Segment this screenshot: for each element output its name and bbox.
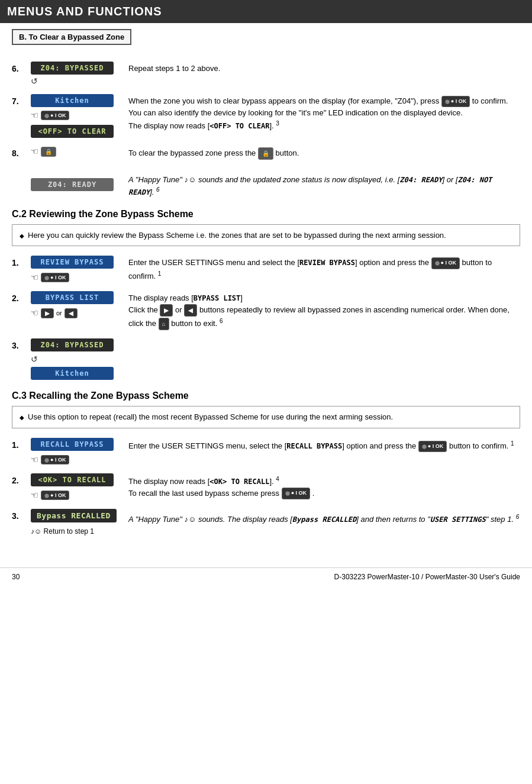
lcd-bypass-recalled: Bypass RECALLED xyxy=(31,509,117,522)
refresh-icon-2: ↺ xyxy=(31,354,38,364)
step-b8-note: A "Happy Tune" ♪☺ sounds and the updated… xyxy=(128,174,520,198)
c2-bullet-diamond: ◆ xyxy=(20,231,24,240)
hand-icon-c2-2: ☞ xyxy=(31,308,38,318)
step-c3-3-note: A "Happy Tune" ♪☺ sounds. The display re… xyxy=(128,512,520,525)
step-c3-2-display: <OK> TO RECALL ☞ ● I OK xyxy=(31,473,122,501)
step-b6: 6. Z04: BYPASSED ↺ Repeat steps 1 to 2 a… xyxy=(12,62,520,86)
btn-arrow-left-inline-c2-2[interactable]: ◀ xyxy=(184,304,197,317)
step-b6-text: Repeat steps 1 to 2 above. xyxy=(128,62,520,75)
step-c3-1-number: 1. xyxy=(12,438,25,450)
btn-ok-inline-c3-2[interactable]: ● I OK xyxy=(282,488,310,499)
step-c2-3-number: 3. xyxy=(12,338,25,350)
step-b6-display: Z04: BYPASSED ↺ xyxy=(31,62,122,86)
page-header-title: MENUS AND FUNCTIONS xyxy=(7,5,162,18)
step-c3-3-number: 3. xyxy=(12,509,25,521)
return-label: Return to step 1 xyxy=(44,527,94,535)
page-footer: 30 D-303223 PowerMaster-10 / PowerMaster… xyxy=(0,567,532,586)
music-note-c3: ♪☺ xyxy=(31,527,41,535)
step-c2-3-text xyxy=(128,338,520,340)
step-c2-2-number: 2. xyxy=(12,291,25,303)
lcd-bypass-list: BYPASS LIST xyxy=(31,291,114,304)
step-b6-number: 6. xyxy=(12,62,25,73)
page-header: MENUS AND FUNCTIONS xyxy=(0,0,532,23)
btn-arrow-left-c2-2[interactable]: ◀ xyxy=(65,308,78,318)
hand-icon-c3-1: ☞ xyxy=(31,454,38,465)
btn-ok-c3-2[interactable]: ● I OK xyxy=(41,491,69,500)
hand-icon-b8: ☞ xyxy=(31,146,38,157)
step-b7-display: Kitchen ☞ ● I OK <OFF> TO CLEAR xyxy=(31,94,122,138)
step-b7-number: 7. xyxy=(12,94,25,106)
btn-arrow-right-inline-c2-2[interactable]: ▶ xyxy=(160,304,173,317)
step-c2-2-text: The display reads [BYPASS LIST] Click th… xyxy=(128,291,520,330)
lcd-z04-bypassed-1: Z04: BYPASSED xyxy=(31,62,114,75)
step-c3-2-number: 2. xyxy=(12,473,25,485)
c2-info-box: ◆ Here you can quickly review the Bypass… xyxy=(12,224,520,247)
c2-info-text: Here you can quickly review the Bypass S… xyxy=(28,230,446,241)
step-b8-text: To clear the bypassed zone press the 🔒 b… xyxy=(128,146,520,198)
step-c3-2: 2. <OK> TO RECALL ☞ ● I OK The display n… xyxy=(12,473,520,501)
btn-lock-inline-b8[interactable]: 🔒 xyxy=(258,147,273,160)
step-c2-1: 1. REVIEW BYPASS ☞ ● I OK Enter the USER… xyxy=(12,256,520,283)
lcd-z04-bypassed-2: Z04: BYPASSED xyxy=(31,338,114,351)
step-c2-3-display: Z04: BYPASSED ↺ Kitchen xyxy=(31,338,122,380)
step-c3-3-text: A "Happy Tune" ♪☺ sounds. The display re… xyxy=(128,509,520,525)
btn-ok-inline-c3-1[interactable]: ● I OK xyxy=(418,441,447,453)
lcd-kitchen: Kitchen xyxy=(31,94,114,107)
lcd-kitchen-2: Kitchen xyxy=(31,367,114,380)
lcd-off-to-clear: <OFF> TO CLEAR xyxy=(31,125,114,138)
lcd-z04-ready: Z04: READY xyxy=(31,178,114,191)
refresh-icon-1: ↺ xyxy=(31,76,38,86)
step-b7: 7. Kitchen ☞ ● I OK <OFF> TO CLEAR When … xyxy=(12,94,520,138)
hand-icon-c3-2: ☞ xyxy=(31,490,38,501)
step-c3-1-text: Enter the USER SETTINGS menu, select the… xyxy=(128,438,520,453)
hand-icon-c2-1: ☞ xyxy=(31,272,38,283)
step-c2-1-text: Enter the USER SETTINGS menu and select … xyxy=(128,256,520,282)
step-c2-1-number: 1. xyxy=(12,256,25,267)
btn-lock-b8[interactable]: 🔒 xyxy=(41,147,56,157)
lcd-recall-bypass: RECALL BYPASS xyxy=(31,438,114,451)
lcd-review-bypass: REVIEW BYPASS xyxy=(31,256,114,269)
c3-info-text: Use this option to repeat (recall) the m… xyxy=(28,411,393,423)
footer-doc: D-303223 PowerMaster-10 / PowerMaster-30… xyxy=(334,573,520,581)
lcd-ok-to-recall: <OK> TO RECALL xyxy=(31,473,114,486)
step-b8-display: ☞ 🔒 Z04: READY xyxy=(31,146,122,191)
section-b-title: B. To Clear a Bypassed Zone xyxy=(12,29,131,45)
step-c3-3: 3. Bypass RECALLED ♪☺ Return to step 1 A… xyxy=(12,509,520,535)
section-c2-heading: C.2 Reviewing the Zone Bypass Scheme xyxy=(12,209,520,220)
btn-ok-inline-c2-1[interactable]: ● I OK xyxy=(431,257,460,269)
section-c3-heading: C.3 Recalling the Zone Bypass Scheme xyxy=(12,391,520,401)
hand-icon-b7: ☞ xyxy=(31,110,38,121)
c3-info-box: ◆ Use this option to repeat (recall) the… xyxy=(12,406,520,428)
btn-arrow-right-c2-2[interactable]: ▶ xyxy=(41,308,54,318)
return-to-step1: ♪☺ Return to step 1 xyxy=(31,527,94,535)
step-c2-1-display: REVIEW BYPASS ☞ ● I OK xyxy=(31,256,122,283)
step-c3-1-display: RECALL BYPASS ☞ ● I OK xyxy=(31,438,122,465)
step-c2-2: 2. BYPASS LIST ☞ ▶ or ◀ The display read… xyxy=(12,291,520,330)
step-b7-text: When the zone you wish to clear bypass a… xyxy=(128,94,520,132)
btn-ok-inline-b7[interactable]: ● I OK xyxy=(441,96,470,108)
step-c2-2-display: BYPASS LIST ☞ ▶ or ◀ xyxy=(31,291,122,318)
step-b8-number: 8. xyxy=(12,146,25,158)
btn-ok-c3-1[interactable]: ● I OK xyxy=(41,455,69,464)
step-c3-3-display: Bypass RECALLED ♪☺ Return to step 1 xyxy=(31,509,122,535)
step-c2-3: 3. Z04: BYPASSED ↺ Kitchen xyxy=(12,338,520,380)
page-number: 30 xyxy=(12,573,20,581)
step-c3-2-text: The display now reads [<OK> TO RECALL]. … xyxy=(128,473,520,499)
btn-ok-c2-1[interactable]: ● I OK xyxy=(41,273,69,282)
btn-ok-b7[interactable]: ● I OK xyxy=(41,111,69,120)
c3-bullet-diamond: ◆ xyxy=(20,413,24,422)
step-b8: 8. ☞ 🔒 Z04: READY To clear the bypassed … xyxy=(12,146,520,198)
step-c3-1: 1. RECALL BYPASS ☞ ● I OK Enter the USER… xyxy=(12,438,520,465)
btn-home-inline-c2-2[interactable]: ⌂ xyxy=(159,318,169,330)
